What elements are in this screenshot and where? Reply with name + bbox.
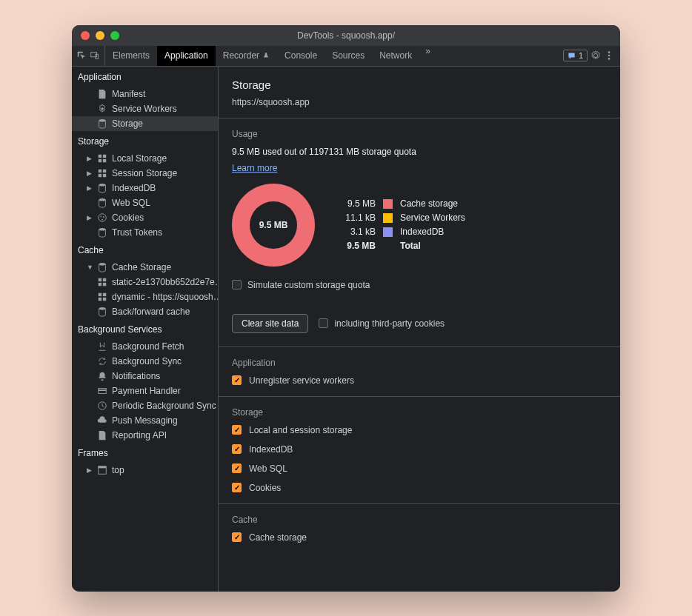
- sidebar-item-cache-static[interactable]: static-2e1370bb652d2e7e…: [72, 275, 218, 289]
- group-frames-heading: Frames: [72, 443, 218, 463]
- sidebar-item-indexeddb[interactable]: ▶IndexedDB: [72, 181, 218, 195]
- group-application-heading: Application: [72, 67, 218, 87]
- database-icon: [97, 227, 107, 238]
- grid-icon: [97, 292, 107, 302]
- svg-rect-25: [99, 282, 102, 285]
- learn-more-link[interactable]: Learn more: [232, 163, 277, 173]
- swatch-icon: [383, 199, 393, 209]
- tab-network[interactable]: Network: [372, 46, 419, 66]
- swatch-icon: [383, 213, 393, 223]
- usage-summary: 9.5 MB used out of 1197131 MB storage qu…: [232, 147, 607, 157]
- main-panel: Storage https://squoosh.app Usage 9.5 MB…: [219, 67, 620, 592]
- clear-storage-section: Storage Local and session storage Indexe…: [219, 396, 620, 503]
- svg-point-5: [101, 107, 104, 110]
- database-icon: [97, 198, 107, 208]
- svg-point-18: [100, 215, 102, 217]
- element-picker-icon[interactable]: [76, 50, 87, 61]
- more-tabs-icon[interactable]: »: [419, 46, 436, 66]
- sidebar-item-push[interactable]: Push Messaging: [72, 413, 218, 428]
- minimize-icon[interactable]: [96, 31, 104, 40]
- sidebar-item-reporting[interactable]: Reporting API: [72, 428, 218, 443]
- svg-rect-14: [103, 173, 106, 176]
- maximize-icon[interactable]: [110, 31, 119, 40]
- sidebar-item-payment[interactable]: Payment Handler: [72, 384, 218, 398]
- sidebar-item-session-storage[interactable]: ▶Session Storage: [72, 166, 218, 181]
- traffic-lights: [81, 31, 119, 40]
- cookies-checkbox[interactable]: [232, 483, 242, 492]
- body: Application Manifest Service Workers Sto…: [72, 67, 620, 592]
- option-row: Cookies: [232, 483, 607, 493]
- svg-point-20: [102, 218, 103, 220]
- svg-point-6: [99, 118, 106, 121]
- section-heading: Cache: [232, 515, 607, 525]
- sidebar-item-frame-top[interactable]: ▶top: [72, 463, 218, 478]
- group-storage-heading: Storage: [72, 131, 218, 151]
- sidebar-item-websql[interactable]: Web SQL: [72, 195, 218, 210]
- sidebar-item-service-workers[interactable]: Service Workers: [72, 101, 218, 116]
- svg-point-4: [608, 58, 611, 60]
- local-session-checkbox[interactable]: [232, 425, 242, 435]
- sidebar-item-storage[interactable]: Storage: [72, 116, 218, 131]
- tab-sources[interactable]: Sources: [325, 46, 372, 66]
- main-header: Storage https://squoosh.app: [219, 67, 620, 118]
- toolbar: Elements Application Recorder Console So…: [72, 46, 620, 67]
- svg-point-16: [99, 198, 106, 201]
- panel-tabs: Elements Application Recorder Console So…: [105, 46, 436, 66]
- legend-row: 11.1 kBService Workers: [336, 212, 465, 223]
- clear-site-data-button[interactable]: Clear site data: [232, 314, 308, 333]
- cache-storage-checkbox[interactable]: [232, 532, 242, 542]
- sidebar-item-periodic-sync[interactable]: Periodic Background Sync: [72, 398, 218, 413]
- websql-checkbox[interactable]: [232, 463, 242, 473]
- option-row: IndexedDB: [232, 444, 607, 455]
- sidebar-item-local-storage[interactable]: ▶Local Storage: [72, 151, 218, 166]
- sidebar: Application Manifest Service Workers Sto…: [72, 67, 219, 592]
- database-icon: [97, 307, 107, 317]
- svg-rect-11: [99, 169, 102, 172]
- bell-icon: [97, 371, 107, 381]
- svg-rect-27: [99, 292, 102, 295]
- sidebar-item-bg-sync[interactable]: Background Sync: [72, 354, 218, 369]
- tab-elements[interactable]: Elements: [105, 46, 157, 66]
- sync-icon: [97, 356, 107, 366]
- message-icon: [568, 52, 576, 60]
- clock-icon: [97, 401, 107, 411]
- section-heading: Storage: [232, 407, 607, 418]
- sidebar-item-bfcache[interactable]: Back/forward cache: [72, 304, 218, 319]
- tab-application[interactable]: Application: [157, 46, 216, 66]
- sidebar-item-manifest[interactable]: Manifest: [72, 87, 218, 101]
- svg-point-22: [99, 262, 106, 265]
- svg-rect-13: [99, 173, 102, 176]
- svg-rect-28: [103, 292, 106, 295]
- device-toggle-icon[interactable]: [90, 50, 100, 61]
- indexeddb-checkbox[interactable]: [232, 444, 242, 454]
- clear-row: Clear site data including third-party co…: [219, 301, 620, 346]
- settings-icon[interactable]: [590, 50, 601, 61]
- titlebar: DevTools - squoosh.app/: [72, 25, 620, 46]
- kebab-icon[interactable]: [604, 50, 614, 61]
- database-icon: [97, 118, 107, 129]
- sidebar-item-cache-dynamic[interactable]: dynamic - https://squoosh…: [72, 289, 218, 304]
- svg-rect-9: [99, 158, 102, 161]
- sidebar-item-cache-storage[interactable]: ▼Cache Storage: [72, 260, 218, 275]
- window-title: DevTools - squoosh.app/: [297, 30, 395, 41]
- sidebar-item-trust-tokens[interactable]: Trust Tokens: [72, 225, 218, 240]
- issues-badge[interactable]: 1: [563, 50, 588, 61]
- close-icon[interactable]: [81, 31, 90, 40]
- devtools-window: DevTools - squoosh.app/ Elements Applica…: [72, 25, 620, 592]
- unregister-sw-checkbox[interactable]: [232, 375, 242, 385]
- sidebar-item-bg-fetch[interactable]: Background Fetch: [72, 339, 218, 354]
- sidebar-item-cookies[interactable]: ▶Cookies: [72, 210, 218, 225]
- svg-rect-24: [103, 278, 106, 281]
- option-row: Unregister service workers: [232, 375, 607, 386]
- section-heading: Application: [232, 358, 607, 368]
- third-party-checkbox[interactable]: [319, 318, 328, 328]
- tab-console[interactable]: Console: [277, 46, 325, 66]
- svg-point-15: [99, 183, 106, 186]
- simulate-quota-checkbox[interactable]: [232, 280, 242, 289]
- svg-rect-29: [99, 297, 102, 300]
- donut-center-label: 9.5 MB: [232, 184, 315, 267]
- svg-rect-33: [99, 389, 107, 391]
- sidebar-item-notifications[interactable]: Notifications: [72, 369, 218, 384]
- database-icon: [97, 262, 107, 272]
- tab-recorder[interactable]: Recorder: [216, 46, 277, 66]
